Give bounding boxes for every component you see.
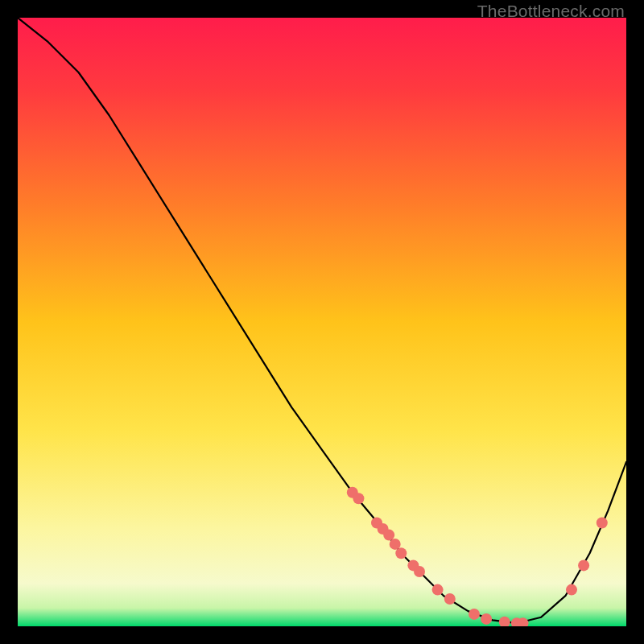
curve-marker (432, 584, 444, 596)
curve-marker (414, 566, 425, 577)
curve-marker (353, 493, 364, 504)
curve-marker (578, 559, 589, 571)
gradient-background (18, 18, 626, 626)
curve-marker (469, 609, 480, 620)
curve-marker (395, 547, 407, 559)
chart-frame (18, 18, 626, 626)
curve-marker (597, 518, 608, 529)
watermark-text: TheBottleneck.com (477, 2, 625, 21)
curve-marker (566, 584, 577, 596)
bottleneck-chart (18, 18, 626, 626)
curve-marker (390, 539, 401, 550)
curve-marker (481, 613, 492, 625)
curve-marker (444, 593, 456, 605)
